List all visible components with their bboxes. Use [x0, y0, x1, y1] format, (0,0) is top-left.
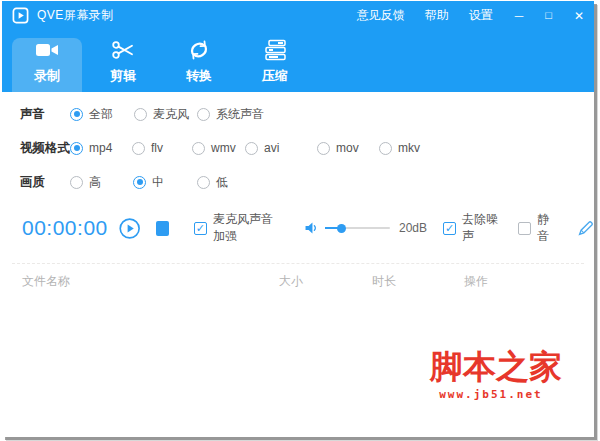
radio-format-avi[interactable]: avi — [245, 141, 317, 155]
radio-icon — [70, 142, 83, 155]
radio-label: mp4 — [89, 141, 112, 155]
mic-boost-checkbox[interactable]: ✓ 麦克风声音加强 — [194, 211, 282, 245]
radio-label: wmv — [211, 141, 236, 155]
titlebar: QVE屏幕录制 意见反馈 帮助 设置 ─ □ ✕ — [2, 1, 594, 30]
tab-record-label: 录制 — [34, 67, 60, 85]
tab-edit-label: 剪辑 — [110, 67, 136, 85]
slider-thumb[interactable] — [337, 224, 346, 233]
sound-label: 声音 — [2, 106, 70, 123]
radio-format-wmv[interactable]: wmv — [192, 141, 245, 155]
checkbox-label: 去除噪声 — [462, 211, 500, 245]
watermark: 脚本之家 www.jb51.net — [430, 347, 552, 401]
radio-icon — [379, 142, 392, 155]
radio-label: avi — [264, 141, 279, 155]
server-stack-icon — [262, 38, 288, 62]
column-size: 大小 — [279, 273, 303, 290]
radio-format-mkv[interactable]: mkv — [379, 141, 420, 155]
feedback-link[interactable]: 意见反馈 — [357, 7, 405, 24]
radio-format-flv[interactable]: flv — [132, 141, 192, 155]
app-title: QVE屏幕录制 — [37, 7, 114, 24]
denoise-checkbox[interactable]: ✓ 去除噪声 — [443, 211, 500, 245]
recording-timer: 00:00:00 — [22, 216, 108, 240]
quality-label: 画质 — [2, 174, 70, 191]
radio-icon — [197, 108, 210, 121]
radio-label: 高 — [89, 174, 101, 191]
quality-row: 画质 高 中 低 — [2, 171, 228, 193]
scissors-icon — [110, 38, 136, 62]
video-format-row: 视频格式 mp4 flv wmv avi mov mkv — [2, 137, 420, 159]
tab-compress-label: 压缩 — [262, 67, 288, 85]
radio-sound-system[interactable]: 系统声音 — [197, 106, 264, 123]
radio-icon — [197, 176, 210, 189]
sound-row: 声音 全部 麦克风 系统声音 — [2, 103, 264, 125]
gain-value: 20dB — [399, 221, 427, 235]
radio-quality-low[interactable]: 低 — [197, 174, 228, 191]
radio-icon — [133, 176, 146, 189]
radio-icon — [132, 142, 145, 155]
volume-slider[interactable] — [325, 221, 390, 235]
radio-icon — [70, 176, 83, 189]
radio-label: mov — [336, 141, 359, 155]
edit-pencil-icon[interactable] — [577, 218, 594, 238]
radio-icon — [317, 142, 330, 155]
recording-controls: 00:00:00 ✓ 麦克风声音加强 20dB ✓ 去除噪声 ✓ 静音 — [2, 213, 594, 243]
watermark-site-name: 脚本之家 — [430, 347, 552, 387]
radio-icon — [192, 142, 205, 155]
list-divider — [12, 263, 584, 264]
app-window: QVE屏幕录制 意见反馈 帮助 设置 ─ □ ✕ 录制 剪辑 — [2, 1, 594, 437]
radio-label: mkv — [398, 141, 420, 155]
radio-label: 全部 — [89, 106, 113, 123]
checkbox-label: 静音 — [537, 211, 555, 245]
watermark-site-url: www.jb51.net — [430, 388, 552, 401]
app-logo-icon — [12, 7, 29, 24]
radio-sound-all[interactable]: 全部 — [70, 106, 134, 123]
radio-label: flv — [151, 141, 163, 155]
radio-label: 低 — [216, 174, 228, 191]
sync-arrows-icon — [186, 38, 212, 62]
tab-record[interactable]: 录制 — [12, 38, 82, 92]
tab-bar: 录制 剪辑 转换 — [2, 30, 594, 92]
tab-convert-label: 转换 — [186, 67, 212, 85]
checkbox-box: ✓ — [443, 222, 456, 235]
radio-label: 系统声音 — [216, 106, 264, 123]
file-list-header: 文件名称 大小 时长 操作 — [2, 273, 594, 291]
radio-label: 中 — [152, 174, 164, 191]
check-icon: ✓ — [445, 223, 454, 234]
radio-format-mov[interactable]: mov — [317, 141, 379, 155]
column-action: 操作 — [464, 273, 488, 290]
radio-format-mp4[interactable]: mp4 — [70, 141, 132, 155]
tab-compress[interactable]: 压缩 — [240, 38, 310, 92]
tab-edit[interactable]: 剪辑 — [88, 38, 158, 92]
checkbox-box: ✓ — [194, 222, 207, 235]
radio-quality-medium[interactable]: 中 — [133, 174, 197, 191]
checkbox-label: 麦克风声音加强 — [213, 211, 282, 245]
help-link[interactable]: 帮助 — [425, 7, 449, 24]
check-icon: ✓ — [196, 223, 205, 234]
column-duration: 时长 — [372, 273, 396, 290]
column-file-name: 文件名称 — [22, 273, 70, 290]
radio-quality-high[interactable]: 高 — [70, 174, 133, 191]
video-format-label: 视频格式 — [2, 140, 70, 157]
radio-sound-mic[interactable]: 麦克风 — [134, 106, 197, 123]
maximize-button[interactable]: □ — [545, 10, 552, 21]
radio-label: 麦克风 — [153, 106, 189, 123]
settings-link[interactable]: 设置 — [469, 7, 493, 24]
checkbox-box: ✓ — [518, 222, 531, 235]
stop-button[interactable] — [156, 221, 169, 236]
play-button[interactable] — [119, 216, 140, 241]
close-button[interactable]: ✕ — [574, 10, 584, 22]
radio-icon — [70, 108, 83, 121]
minimize-button[interactable]: ─ — [515, 10, 524, 22]
mute-checkbox[interactable]: ✓ 静音 — [518, 211, 555, 245]
speaker-icon[interactable] — [304, 220, 319, 236]
tab-convert[interactable]: 转换 — [164, 38, 234, 92]
radio-icon — [245, 142, 258, 155]
video-camera-icon — [34, 38, 60, 62]
radio-icon — [134, 108, 147, 121]
